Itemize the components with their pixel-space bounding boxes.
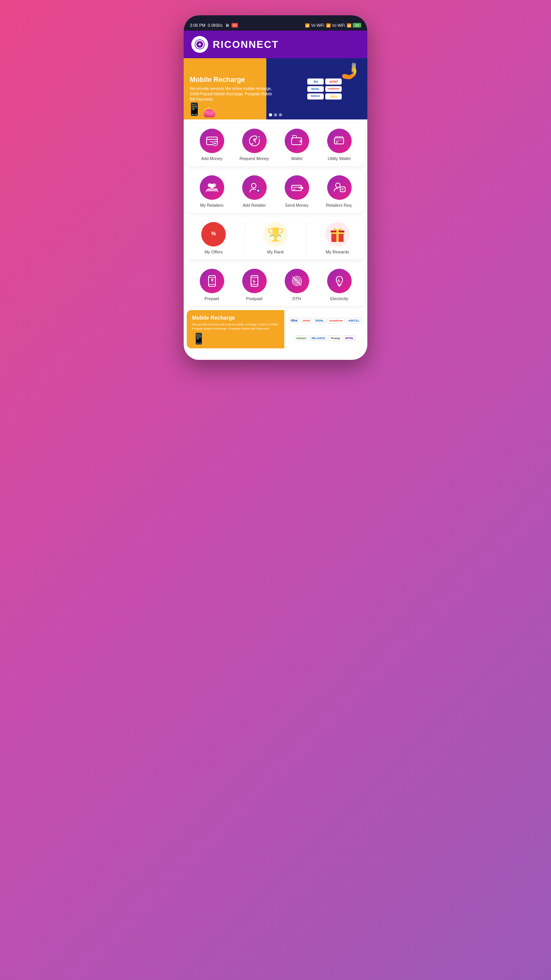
- screen-icon: 🖥: [225, 23, 229, 28]
- svg-text:₹: ₹: [210, 278, 213, 283]
- phone-top: [184, 15, 367, 20]
- phone-frame: 3:06 PM 0.0KB/s 🖥 mi 📶 Vo WiFi 📶 Vo WiFi…: [184, 15, 367, 360]
- bottom-phone-icon: 📱: [192, 332, 280, 345]
- add-retailer-item[interactable]: Add Retailer: [235, 175, 274, 207]
- my-rank-icon: [263, 222, 288, 247]
- utility-wallet-icon: [327, 129, 352, 153]
- idea-logo: idea: [325, 93, 342, 100]
- svg-point-1: [199, 43, 201, 46]
- retailers-req-icon: [327, 175, 352, 200]
- wifi-icon: 📶: [347, 23, 351, 28]
- dth-icon: [285, 269, 309, 293]
- my-rank-item[interactable]: My Rank: [263, 222, 288, 254]
- my-rewards-item[interactable]: My Rewards: [325, 222, 350, 254]
- svg-point-25: [210, 184, 214, 188]
- section-offers: % My Offers: [187, 217, 364, 260]
- my-retailers-label: My Retailers: [200, 203, 223, 207]
- add-money-item[interactable]: Add Money: [192, 129, 231, 161]
- time-display: 3:06 PM: [190, 23, 205, 28]
- uninor-brand: Uninor: [295, 335, 308, 341]
- banner-right: Jio airtel BSNL vodafone telenor idea 🤳: [282, 58, 367, 119]
- bsnl-brand: BSNL: [314, 318, 326, 323]
- electricity-icon: [327, 269, 352, 293]
- divider-2: [306, 222, 306, 254]
- retailers-req-item[interactable]: Retailers Req.: [320, 175, 359, 207]
- request-money-label: Request Money: [240, 156, 269, 161]
- wallet-icon: [285, 129, 309, 153]
- retailers-req-label: Retailers Req.: [326, 203, 353, 207]
- promo-banner[interactable]: Mobile Recharge We provide services like…: [184, 58, 367, 119]
- bottom-spacer: [184, 352, 367, 360]
- reliance-brand: RELIANCE: [310, 336, 327, 341]
- airtel-logo: airtel: [325, 78, 342, 85]
- prepaid-icon: ₹: [200, 269, 224, 293]
- electricity-item[interactable]: Electricity: [320, 269, 359, 301]
- postpaid-item[interactable]: Postpaid: [235, 269, 274, 301]
- my-offers-label: My Offers: [204, 250, 222, 254]
- dot-3: [279, 113, 282, 116]
- retailers-grid: My Retailers Add Retailer: [192, 175, 359, 207]
- notification-icon: mi: [231, 23, 238, 28]
- banner-indicators: [184, 113, 367, 116]
- offers-grid: % My Offers: [192, 222, 359, 254]
- wallet-item[interactable]: Wallet: [277, 129, 316, 161]
- app-header: RICONNECT: [184, 31, 367, 58]
- my-retailers-item[interactable]: My Retailers: [192, 175, 231, 207]
- dot-1: [269, 113, 272, 116]
- section-services: ₹ Prepaid Postpaid: [187, 263, 364, 306]
- electricity-label: Electricity: [330, 296, 348, 301]
- svg-point-15: [300, 140, 302, 142]
- aircel-brand: AIRCEL: [346, 318, 362, 323]
- prepaid-item[interactable]: ₹ Prepaid: [192, 269, 231, 301]
- my-offers-item[interactable]: % My Offers: [201, 222, 226, 254]
- request-money-icon: ₹: [242, 129, 267, 153]
- svg-rect-20: [334, 139, 344, 141]
- divider-1: [245, 222, 245, 254]
- dth-item[interactable]: DTH: [277, 269, 316, 301]
- utility-wallet-item[interactable]: Utility Wallet: [320, 129, 359, 161]
- postpaid-icon: [242, 269, 267, 293]
- add-money-label: Add Money: [201, 156, 223, 161]
- send-money-item[interactable]: Send Money: [277, 175, 316, 207]
- phone-body[interactable]: Mobile Recharge We provide services like…: [184, 58, 367, 360]
- svg-text:%: %: [211, 230, 216, 237]
- speed-display: 0.0KB/s: [208, 23, 223, 28]
- main-actions-grid: Add Money ₹ Request: [192, 129, 359, 161]
- battery-display: 34: [353, 23, 361, 28]
- vodafone-brand: vodafone: [327, 318, 345, 323]
- my-retailers-icon: [200, 175, 224, 200]
- wallet-label: Wallet: [291, 156, 302, 161]
- app-logo: [191, 36, 208, 53]
- app-title: RICONNECT: [213, 39, 279, 51]
- vo-wifi2-label: Vo WiFi: [332, 23, 345, 28]
- my-rank-label: My Rank: [267, 250, 284, 254]
- utility-wallet-label: Utility Wallet: [328, 156, 350, 161]
- svg-text:₹: ₹: [253, 138, 256, 144]
- svg-point-35: [336, 183, 340, 188]
- signal-icon: 📶: [305, 23, 310, 28]
- trump-brand: Trump: [329, 335, 342, 341]
- status-right: 📶 Vo WiFi 📶 Vo WiFi 📶 34: [305, 23, 361, 28]
- bottom-promo-banner[interactable]: Mobile Recharge We provide services like…: [187, 310, 364, 348]
- telecom-logos-grid: Jio airtel BSNL vodafone telenor idea: [303, 75, 346, 103]
- svg-rect-46: [331, 232, 344, 234]
- status-bar: 3:06 PM 0.0KB/s 🖥 mi 📶 Vo WiFi 📶 Vo WiFi…: [184, 20, 367, 31]
- add-retailer-label: Add Retailer: [243, 203, 266, 207]
- signal2-icon: 📶: [326, 23, 331, 28]
- bottom-banner-content: Mobile Recharge We provide services like…: [187, 310, 286, 348]
- bottom-banner-desc: We provide services like online mobile r…: [192, 322, 280, 331]
- section-main-actions: Add Money ₹ Request: [187, 123, 364, 166]
- add-money-icon: [200, 129, 224, 153]
- bottom-banner-title: Mobile Recharge: [192, 315, 280, 321]
- request-money-item[interactable]: ₹ Request Money: [235, 129, 274, 161]
- svg-marker-65: [337, 278, 340, 284]
- my-offers-icon: %: [201, 222, 226, 247]
- send-money-label: Send Money: [285, 203, 309, 207]
- add-retailer-icon: [242, 175, 267, 200]
- airtel-brand: airtel: [301, 318, 312, 323]
- svg-rect-42: [272, 240, 279, 242]
- bsnl-logo: BSNL: [307, 86, 324, 92]
- banner-title: Mobile Recharge: [190, 76, 276, 84]
- svg-point-26: [251, 183, 256, 188]
- my-rewards-label: My Rewards: [326, 250, 349, 254]
